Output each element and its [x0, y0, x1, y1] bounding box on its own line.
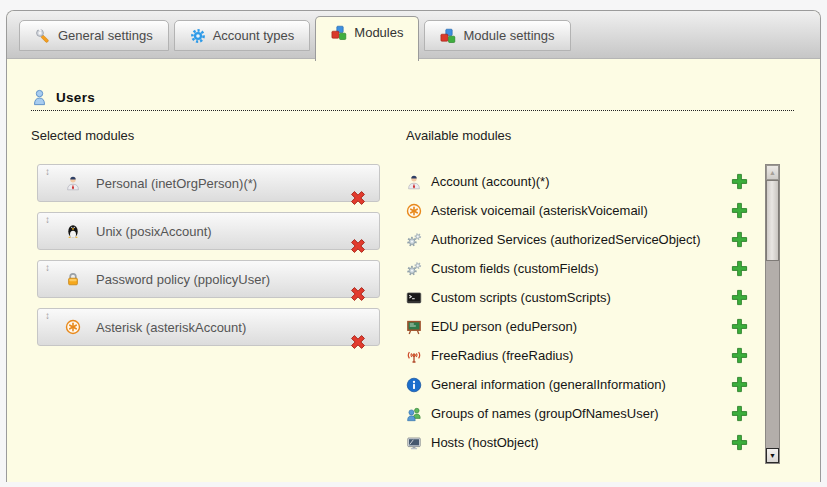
available-modules-scrollbar[interactable]: ▲ ▼	[765, 164, 780, 464]
green-plus-icon	[731, 289, 748, 306]
terminal-icon	[406, 290, 422, 306]
add-module-button[interactable]	[731, 231, 748, 248]
available-module-row: Groups of names (groupOfNamesUser)	[406, 399, 751, 428]
person-icon	[65, 175, 81, 191]
gears-icon	[406, 232, 422, 248]
computer-icon	[406, 435, 422, 451]
scroll-up-icon: ▲	[769, 169, 776, 176]
selected-module-item[interactable]: ↕ Asterisk (asteriskAccount)	[37, 308, 380, 346]
add-module-button[interactable]	[731, 434, 748, 451]
selected-module-label: Password policy (ppolicyUser)	[96, 272, 349, 287]
available-module-label: General information (generalInformation)	[431, 377, 731, 392]
available-module-label: EDU person (eduPerson)	[431, 319, 731, 334]
available-module-label: Custom scripts (customScripts)	[431, 290, 731, 305]
add-module-button[interactable]	[731, 376, 748, 393]
green-plus-icon	[731, 173, 748, 190]
selected-module-item[interactable]: ↕ Personal (inetOrgPerson)(*)	[37, 164, 380, 202]
remove-module-button[interactable]	[349, 174, 367, 192]
add-module-button[interactable]	[731, 202, 748, 219]
selected-module-item[interactable]: ↕ Password policy (ppolicyUser)	[37, 260, 380, 298]
add-module-button[interactable]	[731, 405, 748, 422]
asterisk-icon	[406, 203, 422, 219]
settings-panel: General settings Account types Modules M…	[6, 10, 821, 482]
green-plus-icon	[731, 260, 748, 277]
tab-label: Account types	[213, 28, 295, 43]
scrollbar-thumb[interactable]	[766, 180, 779, 261]
available-modules-heading: Available modules	[406, 128, 511, 143]
antenna-icon	[406, 348, 422, 364]
section-title: Users	[56, 90, 95, 105]
tab-bar: General settings Account types Modules M…	[7, 11, 820, 59]
available-module-label: Custom fields (customFields)	[431, 261, 731, 276]
red-x-icon	[349, 237, 367, 255]
tux-icon	[65, 223, 81, 239]
drag-handle-icon[interactable]: ↕	[45, 166, 50, 178]
red-x-icon	[349, 333, 367, 351]
add-module-button[interactable]	[731, 347, 748, 364]
tab-module-settings[interactable]: Module settings	[424, 20, 570, 51]
scrollbar-down-button[interactable]: ▼	[766, 448, 779, 463]
gear-icon	[190, 28, 206, 44]
tab-modules[interactable]: Modules	[315, 16, 419, 61]
available-module-label: Groups of names (groupOfNamesUser)	[431, 406, 731, 421]
selected-module-label: Asterisk (asteriskAccount)	[96, 320, 349, 335]
remove-module-button[interactable]	[349, 222, 367, 240]
person-icon	[406, 174, 422, 190]
remove-module-button[interactable]	[349, 270, 367, 288]
selected-module-label: Personal (inetOrgPerson)(*)	[96, 176, 349, 191]
drag-handle-icon[interactable]: ↕	[45, 310, 50, 322]
available-modules-list: Account (account)(*) Asterisk voicemail …	[406, 167, 751, 457]
selected-modules-heading: Selected modules	[31, 128, 134, 143]
available-module-row: Asterisk voicemail (asteriskVoicemail)	[406, 196, 751, 225]
green-plus-icon	[731, 376, 748, 393]
tab-account-types[interactable]: Account types	[174, 20, 311, 51]
add-module-button[interactable]	[731, 318, 748, 335]
green-plus-icon	[731, 202, 748, 219]
green-plus-icon	[731, 231, 748, 248]
wrench-icon	[35, 28, 51, 44]
modules-icon	[331, 25, 347, 41]
available-module-row: Hosts (hostObject)	[406, 428, 751, 457]
chalkboard-icon	[406, 319, 422, 335]
group-icon	[406, 406, 422, 422]
available-module-row: FreeRadius (freeRadius)	[406, 341, 751, 370]
gears-icon	[406, 261, 422, 277]
tab-general-settings[interactable]: General settings	[19, 20, 169, 51]
modules-icon	[440, 28, 456, 44]
add-module-button[interactable]	[731, 260, 748, 277]
red-x-icon	[349, 285, 367, 303]
green-plus-icon	[731, 434, 748, 451]
red-x-icon	[349, 189, 367, 207]
users-section-header: Users	[31, 89, 794, 111]
selected-modules-list: ↕ Personal (inetOrgPerson)(*) ↕ Unix (po…	[37, 164, 380, 356]
drag-handle-icon[interactable]: ↕	[45, 214, 50, 226]
add-module-button[interactable]	[731, 173, 748, 190]
available-module-row: General information (generalInformation)	[406, 370, 751, 399]
green-plus-icon	[731, 405, 748, 422]
available-module-label: Hosts (hostObject)	[431, 435, 731, 450]
available-module-row: EDU person (eduPerson)	[406, 312, 751, 341]
scroll-down-icon: ▼	[769, 452, 776, 459]
available-module-label: Asterisk voicemail (asteriskVoicemail)	[431, 203, 731, 218]
asterisk-icon	[65, 319, 81, 335]
tab-label: Module settings	[463, 28, 554, 43]
remove-module-button[interactable]	[349, 318, 367, 336]
available-module-label: FreeRadius (freeRadius)	[431, 348, 731, 363]
info-icon	[406, 377, 422, 393]
add-module-button[interactable]	[731, 289, 748, 306]
available-module-row: Custom scripts (customScripts)	[406, 283, 751, 312]
user-icon	[31, 89, 48, 106]
tab-label: Modules	[354, 25, 403, 40]
available-module-row: Custom fields (customFields)	[406, 254, 751, 283]
available-module-row: Authorized Services (authorizedServiceOb…	[406, 225, 751, 254]
tab-label: General settings	[58, 28, 153, 43]
available-module-row: Account (account)(*)	[406, 167, 751, 196]
green-plus-icon	[731, 318, 748, 335]
scrollbar-up-button[interactable]: ▲	[766, 165, 779, 180]
available-module-label: Account (account)(*)	[431, 174, 731, 189]
lock-icon	[65, 271, 81, 287]
drag-handle-icon[interactable]: ↕	[45, 262, 50, 274]
selected-module-label: Unix (posixAccount)	[96, 224, 349, 239]
green-plus-icon	[731, 347, 748, 364]
selected-module-item[interactable]: ↕ Unix (posixAccount)	[37, 212, 380, 250]
